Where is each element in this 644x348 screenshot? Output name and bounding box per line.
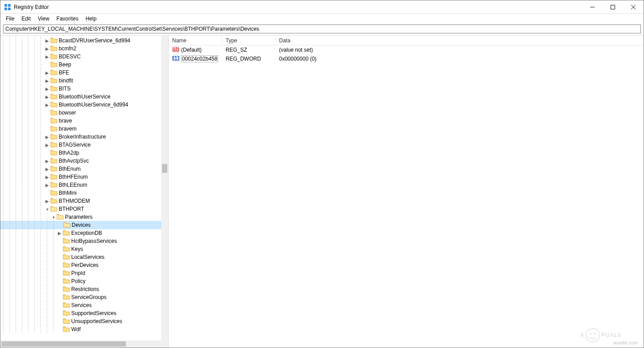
tree-node-localservices[interactable]: LocalServices (0, 253, 161, 261)
menu-file[interactable]: File (2, 15, 18, 23)
close-button[interactable] (623, 0, 644, 13)
tree-node-bindflt[interactable]: ▶bindflt (0, 77, 161, 85)
expand-icon[interactable]: ▶ (57, 231, 63, 236)
expand-icon[interactable]: ▾ (44, 207, 50, 212)
tree-node-label: BITS (59, 86, 71, 92)
tree-node-pnpid[interactable]: PnpId (0, 269, 161, 277)
expand-icon[interactable]: ▶ (44, 175, 50, 180)
expand-icon[interactable]: ▶ (44, 159, 50, 164)
folder-icon (50, 133, 57, 141)
expand-icon[interactable]: ▶ (44, 143, 50, 147)
tree-node-btha2dp[interactable]: BthA2dp (0, 149, 161, 157)
expand-icon[interactable]: ▶ (44, 70, 50, 75)
dword-icon: 011 (172, 55, 179, 63)
maximize-button[interactable] (603, 0, 623, 13)
tree-node-bthhfenum[interactable]: ▶BthHFEnum (0, 173, 161, 181)
tree-node-bfe[interactable]: ▶BFE (0, 69, 161, 77)
col-name[interactable]: Name (169, 37, 222, 45)
folder-icon (50, 157, 57, 165)
tree-node-bthenum[interactable]: ▶BthEnum (0, 165, 161, 173)
expand-icon[interactable]: ▶ (44, 167, 50, 172)
svg-rect-5 (611, 5, 615, 9)
tree-node-label: BthA2dp (59, 150, 79, 156)
col-type[interactable]: Type (222, 37, 275, 45)
tree-node-btagservice[interactable]: ▶BTAGService (0, 141, 161, 149)
tree-node-label: Services (71, 302, 92, 308)
tree-node-label: Keys (71, 246, 83, 252)
registry-tree[interactable]: ▶BcastDVRUserService_6d994▶bcmfn2▶BDESVC… (0, 36, 161, 333)
address-bar[interactable]: Computer\HKEY_LOCAL_MACHINE\SYSTEM\Curre… (3, 25, 641, 33)
tree-node-bluetoothuserservice[interactable]: ▶BluetoothUserService (0, 93, 161, 101)
tree-node-policy[interactable]: Policy (0, 277, 161, 285)
tree-node-bluetoothuserservice-6d994[interactable]: ▶BluetoothUserService_6d994 (0, 101, 161, 109)
expand-icon[interactable]: ▶ (44, 78, 50, 83)
tree-node-bcastdvruserservice-6d994[interactable]: ▶BcastDVRUserService_6d994 (0, 37, 161, 45)
tree-node-bowser[interactable]: bowser (0, 109, 161, 117)
tree-node-label: bindflt (59, 78, 73, 84)
tree-node-brokerinfrastructure[interactable]: ▶BrokerInfrastructure (0, 133, 161, 141)
titlebar[interactable]: Registry Editor (0, 0, 644, 14)
minimize-button[interactable] (582, 0, 603, 13)
tree-node-parameters[interactable]: ▾Parameters (0, 213, 161, 221)
expand-icon[interactable]: ▶ (44, 38, 50, 43)
values-pane[interactable]: Name Type Data ab(Default)REG_SZ(value n… (169, 36, 644, 348)
tree-node-bdesvc[interactable]: ▶BDESVC (0, 53, 161, 61)
tree-node-restrictions[interactable]: Restrictions (0, 285, 161, 293)
tree-node-beep[interactable]: Beep (0, 61, 161, 69)
folder-icon (63, 318, 70, 325)
menu-favorites[interactable]: Favorites (53, 15, 82, 23)
tree-node-services[interactable]: Services (0, 301, 161, 309)
menu-view[interactable]: View (34, 15, 53, 23)
tree-node-hcibypassservices[interactable]: HciBypassServices (0, 237, 161, 245)
tree-node-bits[interactable]: ▶BITS (0, 85, 161, 93)
expand-icon[interactable]: ▶ (44, 86, 50, 91)
expand-icon[interactable]: ▾ (50, 215, 57, 220)
col-data[interactable]: Data (275, 37, 644, 45)
svg-rect-2 (4, 8, 7, 10)
folder-icon (63, 229, 70, 237)
expand-icon[interactable]: ▶ (44, 54, 50, 59)
expand-icon[interactable]: ▶ (44, 46, 50, 51)
tree-node-servicegroups[interactable]: ServiceGroups (0, 293, 161, 301)
list-body[interactable]: ab(Default)REG_SZ(value not set)01100024… (169, 45, 644, 63)
tree-node-exceptiondb[interactable]: ▶ExceptionDB (0, 229, 161, 237)
content-area: ▶BcastDVRUserService_6d994▶bcmfn2▶BDESVC… (0, 35, 644, 348)
tree-node-perdevices[interactable]: PerDevices (0, 261, 161, 269)
tree-node-supportedservices[interactable]: SupportedServices (0, 309, 161, 317)
tree-node-unsupportedservices[interactable]: UnsupportedServices (0, 317, 161, 325)
tree-node-keys[interactable]: Keys (0, 245, 161, 253)
tree-node-bthmini[interactable]: BthMini (0, 189, 161, 197)
tree-node-label: BluetoothUserService_6d994 (59, 102, 128, 108)
tree-node-bravem[interactable]: bravem (0, 125, 161, 133)
expand-icon[interactable]: ▶ (44, 199, 50, 204)
tree-node-bcmfn2[interactable]: ▶bcmfn2 (0, 45, 161, 53)
tree-node-bthavctpsvc[interactable]: ▶BthAvctpSvc (0, 157, 161, 165)
menu-edit[interactable]: Edit (18, 15, 34, 23)
expand-icon[interactable]: ▶ (44, 183, 50, 188)
value-row[interactable]: ab(Default)REG_SZ(value not set) (169, 45, 644, 54)
folder-icon (50, 173, 57, 181)
tree-vertical-scrollbar[interactable] (161, 36, 168, 340)
expand-icon[interactable]: ▶ (44, 102, 50, 107)
menu-help[interactable]: Help (82, 15, 100, 23)
folder-icon (63, 294, 70, 301)
tree-node-bthmodem[interactable]: ▶BTHMODEM (0, 197, 161, 205)
tree-pane[interactable]: ▶BcastDVRUserService_6d994▶bcmfn2▶BDESVC… (0, 36, 169, 348)
tree-horizontal-scrollbar[interactable] (0, 340, 161, 348)
folder-icon (50, 189, 57, 197)
scrollbar-thumb[interactable] (162, 164, 167, 173)
value-type: REG_DWORD (222, 55, 275, 62)
tree-node-bthleenum[interactable]: ▶BthLEEnum (0, 181, 161, 189)
tree-node-devices[interactable]: Devices (0, 221, 161, 229)
tree-node-wdf[interactable]: Wdf (0, 325, 161, 333)
tree-node-bthport[interactable]: ▾BTHPORT (0, 205, 161, 213)
tree-node-brave[interactable]: brave (0, 117, 161, 125)
folder-icon (63, 237, 70, 245)
expand-icon[interactable]: ▶ (44, 135, 50, 139)
expand-icon[interactable]: ▶ (44, 94, 50, 99)
tree-node-label: bowser (59, 110, 76, 116)
tree-node-label: BthHFEnum (59, 174, 88, 180)
scrollbar-thumb[interactable] (1, 341, 126, 347)
list-header[interactable]: Name Type Data (169, 36, 644, 45)
value-row[interactable]: 01100024c02b458REG_DWORD0x00000000 (0) (169, 54, 644, 63)
